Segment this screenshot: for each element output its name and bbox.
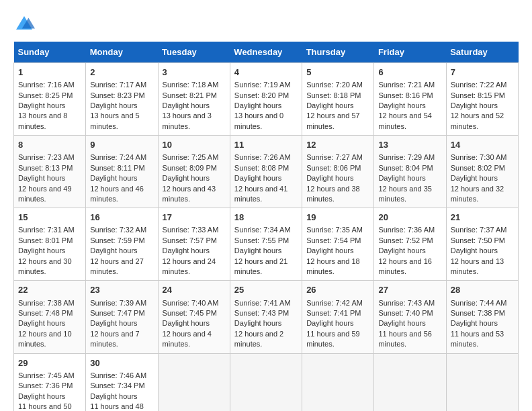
weekday-header: Sunday (14, 42, 86, 63)
sunset-text: Sunset: 8:18 PM (306, 91, 361, 99)
daylight-text: Daylight hours (234, 174, 281, 182)
calendar-table: SundayMondayTuesdayWednesdayThursdayFrid… (13, 42, 519, 411)
daylight-duration: 11 hours and 59 minutes. (306, 330, 360, 348)
calendar-day-cell: 26Sunrise: 7:42 AMSunset: 7:41 PMDayligh… (302, 281, 374, 353)
sunset-text: Sunset: 7:38 PM (451, 309, 505, 317)
sunrise-text: Sunrise: 7:43 AM (378, 299, 435, 307)
day-number: 19 (306, 212, 369, 224)
sunrise-text: Sunrise: 7:36 AM (378, 226, 435, 234)
calendar-week-row: 15Sunrise: 7:31 AMSunset: 8:01 PMDayligh… (14, 208, 519, 281)
sunrise-text: Sunrise: 7:44 AM (451, 299, 507, 307)
day-number: 15 (18, 212, 81, 224)
calendar-day-cell: 20Sunrise: 7:36 AMSunset: 7:52 PMDayligh… (374, 208, 446, 281)
day-number: 20 (378, 212, 441, 224)
daylight-duration: 12 hours and 32 minutes. (451, 185, 504, 203)
daylight-text: Daylight hours (163, 101, 210, 109)
calendar-day-cell: 17Sunrise: 7:33 AMSunset: 7:57 PMDayligh… (158, 208, 230, 281)
day-number: 22 (18, 284, 81, 296)
calendar-day-cell: 25Sunrise: 7:41 AMSunset: 7:43 PMDayligh… (230, 281, 302, 353)
day-number: 9 (90, 139, 153, 151)
day-number: 11 (234, 139, 298, 151)
daylight-duration: 12 hours and 52 minutes. (451, 111, 504, 130)
calendar-day-cell: 1Sunrise: 7:16 AMSunset: 8:25 PMDaylight… (14, 63, 86, 136)
sunset-text: Sunset: 7:54 PM (306, 236, 361, 244)
daylight-duration: 11 hours and 50 minutes. (18, 402, 72, 411)
sunrise-text: Sunrise: 7:45 AM (18, 371, 75, 379)
sunrise-text: Sunrise: 7:27 AM (306, 153, 363, 161)
day-number: 29 (18, 357, 81, 369)
sunrise-text: Sunrise: 7:17 AM (90, 81, 146, 89)
day-number: 6 (378, 66, 441, 79)
day-number: 18 (234, 212, 298, 224)
daylight-text: Daylight hours (378, 174, 425, 182)
daylight-duration: 12 hours and 2 minutes. (234, 330, 283, 348)
sunset-text: Sunset: 8:23 PM (90, 91, 144, 99)
sunrise-text: Sunrise: 7:24 AM (90, 153, 146, 161)
daylight-duration: 13 hours and 8 minutes. (18, 111, 67, 130)
day-number: 12 (306, 139, 369, 151)
daylight-text: Daylight hours (163, 246, 210, 255)
daylight-duration: 13 hours and 3 minutes. (163, 111, 212, 130)
calendar-day-cell (446, 353, 518, 411)
daylight-duration: 13 hours and 0 minutes. (234, 111, 283, 130)
daylight-text: Daylight hours (451, 319, 498, 327)
sunset-text: Sunset: 7:36 PM (18, 381, 73, 390)
sunrise-text: Sunrise: 7:33 AM (163, 226, 219, 234)
calendar-day-cell: 2Sunrise: 7:17 AMSunset: 8:23 PMDaylight… (86, 63, 158, 136)
calendar-week-row: 22Sunrise: 7:38 AMSunset: 7:48 PMDayligh… (14, 281, 519, 353)
daylight-text: Daylight hours (90, 101, 137, 109)
calendar-day-cell: 14Sunrise: 7:30 AMSunset: 8:02 PMDayligh… (446, 136, 518, 208)
calendar-day-cell: 22Sunrise: 7:38 AMSunset: 7:48 PMDayligh… (14, 281, 86, 353)
sunrise-text: Sunrise: 7:22 AM (451, 81, 507, 89)
daylight-text: Daylight hours (306, 174, 353, 182)
sunset-text: Sunset: 8:08 PM (234, 164, 289, 172)
sunrise-text: Sunrise: 7:20 AM (306, 81, 363, 89)
sunrise-text: Sunrise: 7:37 AM (451, 226, 507, 234)
sunset-text: Sunset: 8:13 PM (18, 164, 73, 172)
sunrise-text: Sunrise: 7:18 AM (163, 81, 219, 89)
weekday-header: Tuesday (158, 42, 230, 63)
sunrise-text: Sunrise: 7:25 AM (163, 153, 219, 161)
calendar-day-cell: 28Sunrise: 7:44 AMSunset: 7:38 PMDayligh… (446, 281, 518, 353)
daylight-text: Daylight hours (18, 174, 65, 182)
daylight-text: Daylight hours (18, 392, 65, 400)
sunrise-text: Sunrise: 7:39 AM (90, 299, 146, 307)
sunrise-text: Sunrise: 7:29 AM (378, 153, 435, 161)
daylight-duration: 12 hours and 10 minutes. (18, 330, 72, 348)
day-number: 2 (90, 66, 153, 79)
daylight-text: Daylight hours (306, 246, 353, 255)
logo-icon (13, 13, 35, 35)
daylight-duration: 12 hours and 54 minutes. (378, 111, 432, 130)
daylight-duration: 12 hours and 43 minutes. (163, 185, 216, 203)
daylight-duration: 11 hours and 56 minutes. (378, 330, 432, 348)
daylight-text: Daylight hours (306, 319, 353, 327)
weekday-header: Wednesday (230, 42, 302, 63)
calendar-day-cell: 23Sunrise: 7:39 AMSunset: 7:47 PMDayligh… (86, 281, 158, 353)
sunrise-text: Sunrise: 7:32 AM (90, 226, 146, 234)
day-number: 8 (18, 139, 81, 151)
daylight-text: Daylight hours (90, 246, 137, 255)
daylight-text: Daylight hours (451, 101, 498, 109)
calendar-day-cell: 10Sunrise: 7:25 AMSunset: 8:09 PMDayligh… (158, 136, 230, 208)
calendar-day-cell: 6Sunrise: 7:21 AMSunset: 8:16 PMDaylight… (374, 63, 446, 136)
calendar-day-cell: 18Sunrise: 7:34 AMSunset: 7:55 PMDayligh… (230, 208, 302, 281)
sunset-text: Sunset: 7:45 PM (163, 309, 217, 317)
daylight-duration: 12 hours and 49 minutes. (18, 185, 72, 203)
daylight-text: Daylight hours (234, 246, 281, 255)
sunrise-text: Sunrise: 7:34 AM (234, 226, 291, 234)
daylight-duration: 12 hours and 27 minutes. (90, 257, 144, 275)
sunrise-text: Sunrise: 7:23 AM (18, 153, 75, 161)
calendar-day-cell: 16Sunrise: 7:32 AMSunset: 7:59 PMDayligh… (86, 208, 158, 281)
sunrise-text: Sunrise: 7:16 AM (18, 81, 75, 89)
daylight-duration: 12 hours and 21 minutes. (234, 257, 288, 275)
daylight-text: Daylight hours (18, 319, 65, 327)
daylight-duration: 12 hours and 16 minutes. (378, 257, 432, 275)
sunset-text: Sunset: 7:55 PM (234, 236, 289, 244)
daylight-text: Daylight hours (163, 319, 210, 327)
calendar-day-cell: 30Sunrise: 7:46 AMSunset: 7:34 PMDayligh… (86, 353, 158, 411)
sunrise-text: Sunrise: 7:40 AM (163, 299, 219, 307)
calendar-day-cell (374, 353, 446, 411)
sunset-text: Sunset: 8:25 PM (18, 91, 73, 99)
calendar-week-row: 29Sunrise: 7:45 AMSunset: 7:36 PMDayligh… (14, 353, 519, 411)
sunset-text: Sunset: 7:48 PM (18, 309, 73, 317)
